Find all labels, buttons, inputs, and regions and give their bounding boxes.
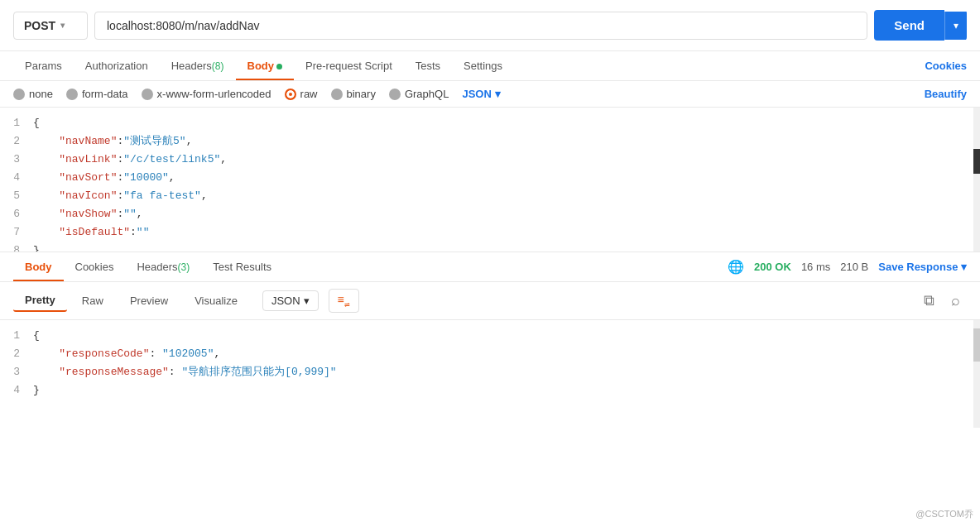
option-urlencoded[interactable]: x-www-form-urlencoded xyxy=(142,88,271,100)
res-code-line-3: "responseMessage": "导航排序范围只能为[0,999]" xyxy=(26,363,973,381)
chevron-down-icon: ▾ xyxy=(495,88,501,100)
tab-authorization[interactable]: Authorization xyxy=(74,51,160,80)
response-line-numbers: 1 2 3 4 xyxy=(0,320,26,428)
response-tabs: Body Cookies Headers(3) Test Results 🌐 2… xyxy=(0,252,980,282)
url-bar: POST ▾ Send ▾ xyxy=(0,0,980,51)
radio-formdata[interactable] xyxy=(66,89,78,100)
tab-test-results[interactable]: Test Results xyxy=(201,252,283,281)
save-response-button[interactable]: Save Response ▾ xyxy=(878,261,967,273)
response-scrollbar[interactable] xyxy=(973,320,980,428)
body-dot xyxy=(276,64,282,69)
filter-icon: ≡⇌ xyxy=(338,293,350,306)
globe-icon: 🌐 xyxy=(728,259,744,275)
res-code-line-4: } xyxy=(26,381,973,400)
response-scrollbar-thumb[interactable] xyxy=(973,328,980,362)
response-code-editor: 1 2 3 4 { "responseCode": "102005", "res… xyxy=(0,320,980,428)
copy-button[interactable]: ⧉ xyxy=(917,289,941,313)
send-main-button[interactable]: Send xyxy=(874,10,944,41)
res-code-line-2: "responseCode": "102005", xyxy=(26,345,973,363)
chevron-down-icon: ▾ xyxy=(961,261,967,273)
radio-none[interactable] xyxy=(13,89,25,100)
chevron-down-icon: ▾ xyxy=(60,21,65,30)
view-tab-raw[interactable]: Raw xyxy=(70,290,115,311)
method-dropdown[interactable]: POST ▾ xyxy=(13,12,88,40)
code-line-2: "navName":"测试导航5", xyxy=(26,132,973,151)
response-headers-badge: (3) xyxy=(178,261,190,273)
radio-graphql[interactable] xyxy=(389,89,401,100)
response-status: 200 OK xyxy=(754,261,791,273)
search-button[interactable]: ⌕ xyxy=(944,289,967,313)
code-line-4: "navSort":"10000", xyxy=(26,169,973,187)
tab-headers[interactable]: Headers(8) xyxy=(160,51,236,80)
code-line-6: "navShow":"", xyxy=(26,205,973,223)
view-tab-visualize[interactable]: Visualize xyxy=(183,290,249,311)
response-json-format-selector[interactable]: JSON ▾ xyxy=(262,290,319,311)
request-scrollbar-thumb[interactable] xyxy=(973,149,980,174)
code-line-5: "navIcon":"fa fa-test", xyxy=(26,187,973,205)
response-size: 210 B xyxy=(840,261,868,273)
response-action-icons: ⧉ ⌕ xyxy=(917,289,967,313)
headers-badge: (8) xyxy=(212,60,224,72)
send-dropdown-button[interactable]: ▾ xyxy=(944,12,967,40)
send-button-group: Send ▾ xyxy=(874,10,967,41)
code-line-7: "isDefault":"" xyxy=(26,223,973,242)
request-code-content: { "navName":"测试导航5", "navLink":"/c/test/… xyxy=(26,108,973,252)
view-tabs-bar: Pretty Raw Preview Visualize JSON ▾ ≡⇌ ⧉… xyxy=(0,282,980,320)
beautify-link[interactable]: Beautify xyxy=(925,88,967,100)
request-scrollbar[interactable] xyxy=(973,108,980,252)
watermark: @CSCTOM乔 xyxy=(915,508,973,520)
option-none[interactable]: none xyxy=(13,88,53,100)
tab-response-cookies[interactable]: Cookies xyxy=(64,252,126,281)
view-tab-preview[interactable]: Preview xyxy=(118,290,180,311)
chevron-down-icon: ▾ xyxy=(304,295,310,307)
radio-raw[interactable] xyxy=(285,89,296,100)
tab-settings[interactable]: Settings xyxy=(452,51,514,80)
option-raw[interactable]: raw xyxy=(285,88,318,100)
view-tab-pretty[interactable]: Pretty xyxy=(13,290,67,312)
cookies-link[interactable]: Cookies xyxy=(925,60,967,72)
code-line-8: } xyxy=(26,242,973,252)
code-line-1: { xyxy=(26,114,973,132)
response-meta: 🌐 200 OK 16 ms 210 B Save Response ▾ xyxy=(728,259,967,275)
option-binary[interactable]: binary xyxy=(331,88,376,100)
res-code-line-1: { xyxy=(26,327,973,345)
json-format-selector[interactable]: JSON ▾ xyxy=(462,88,500,100)
copy-icon: ⧉ xyxy=(924,292,934,309)
option-graphql[interactable]: GraphQL xyxy=(389,88,449,100)
response-time: 16 ms xyxy=(801,261,830,273)
request-line-numbers: 1 2 3 4 5 6 7 8 xyxy=(0,108,26,252)
body-options: none form-data x-www-form-urlencoded raw… xyxy=(0,81,980,108)
tab-response-body[interactable]: Body xyxy=(13,252,64,281)
tab-prerequest[interactable]: Pre-request Script xyxy=(294,51,404,80)
response-code-content: { "responseCode": "102005", "responseMes… xyxy=(26,320,973,428)
tab-tests[interactable]: Tests xyxy=(404,51,452,80)
code-line-3: "navLink":"/c/test/link5", xyxy=(26,151,973,169)
response-format-label: JSON xyxy=(271,295,300,307)
filter-button[interactable]: ≡⇌ xyxy=(329,289,359,313)
tab-params[interactable]: Params xyxy=(13,51,74,80)
tab-response-headers[interactable]: Headers(3) xyxy=(125,252,201,281)
option-formdata[interactable]: form-data xyxy=(66,88,128,100)
radio-urlencoded[interactable] xyxy=(142,89,153,100)
radio-binary[interactable] xyxy=(331,89,343,100)
method-label: POST xyxy=(24,19,55,32)
tab-body[interactable]: Body xyxy=(236,51,295,80)
request-tabs: Params Authorization Headers(8) Body Pre… xyxy=(0,51,980,81)
request-code-editor[interactable]: 1 2 3 4 5 6 7 8 { "navName":"测试导航5", "na… xyxy=(0,108,980,252)
url-input[interactable] xyxy=(94,12,867,40)
search-icon: ⌕ xyxy=(951,292,960,309)
